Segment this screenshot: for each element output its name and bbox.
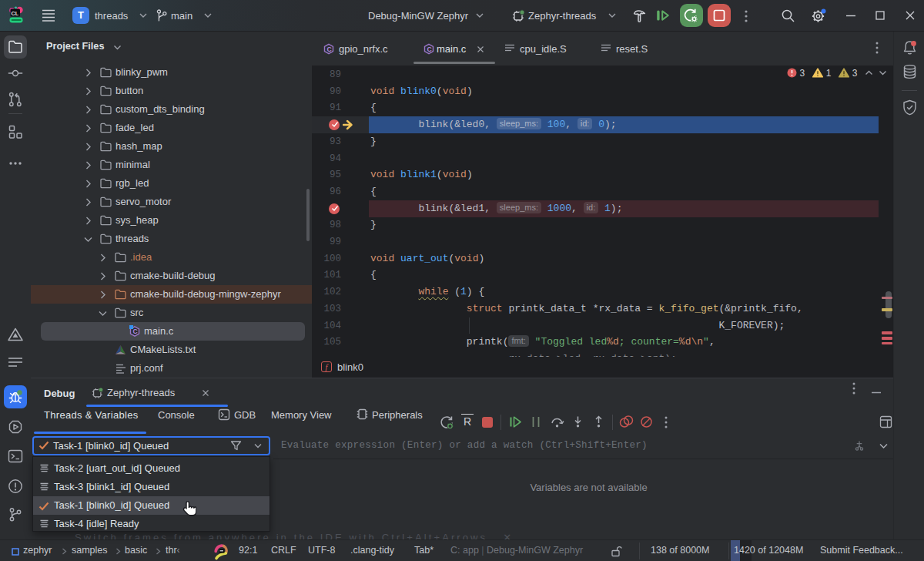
svg-text:CL: CL <box>12 11 19 16</box>
